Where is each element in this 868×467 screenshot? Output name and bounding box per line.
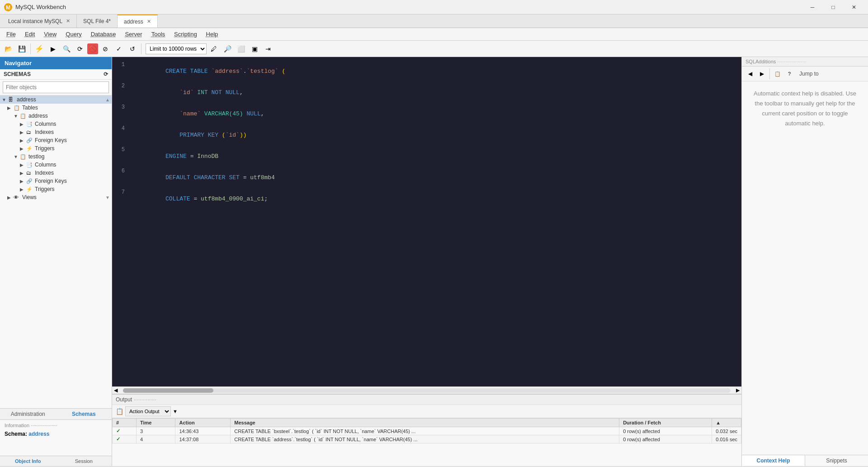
tb-commit[interactable]: ✓ bbox=[113, 43, 125, 55]
schemas-refresh-icon[interactable]: ⟳ bbox=[104, 71, 108, 77]
tab-bar: Local instance MySQL ✕ SQL File 4* addre… bbox=[0, 14, 868, 28]
menu-query[interactable]: Query bbox=[61, 29, 86, 39]
tab-address[interactable]: address ✕ bbox=[118, 14, 158, 28]
tab-session[interactable]: Session bbox=[56, 456, 112, 466]
tb-format[interactable]: 🖊 bbox=[208, 43, 220, 55]
output-dropdown-btn[interactable]: ▼ bbox=[173, 409, 178, 414]
row-time: 14:37:08 bbox=[175, 435, 231, 443]
tree-arrow: ▶ bbox=[20, 146, 26, 151]
menu-tools[interactable]: Tools bbox=[147, 29, 170, 39]
tree-label: Tables bbox=[22, 105, 38, 111]
tab-sql4[interactable]: SQL File 4* bbox=[77, 14, 118, 28]
tab-schemas[interactable]: Schemas bbox=[56, 409, 112, 419]
tb-col-100[interactable]: ▣ bbox=[248, 43, 261, 55]
tree-address-columns[interactable]: ▶ 📑 Columns bbox=[0, 120, 112, 128]
row-action: CREATE TABLE `bxsteel`.`testlog` ( `id` … bbox=[231, 427, 619, 435]
info-title: Information ··················· bbox=[5, 423, 107, 428]
tb-save[interactable]: 💾 bbox=[15, 43, 28, 55]
tree-arrow: ▶ bbox=[20, 162, 26, 167]
menu-scripting[interactable]: Scripting bbox=[170, 29, 202, 39]
maximize-button[interactable]: □ bbox=[823, 1, 844, 14]
tb-cancel[interactable]: ⊘ bbox=[99, 43, 112, 55]
main-area: Navigator SCHEMAS ⟳ ▼ 🗄 address ▲ ▶ 📋 Ta… bbox=[0, 57, 868, 466]
table-row: ✓ 4 14:37:08 CREATE TABLE `address`.`tes… bbox=[113, 435, 741, 443]
tree-tables[interactable]: ▶ 📋 Tables bbox=[0, 104, 112, 112]
tb-find[interactable]: 🔎 bbox=[221, 43, 234, 55]
col-sort[interactable]: ▲ bbox=[712, 419, 741, 427]
tb-open[interactable]: 📂 bbox=[2, 43, 14, 55]
tb-indent[interactable]: ⇥ bbox=[262, 43, 274, 55]
columns-icon: 📑 bbox=[26, 121, 33, 127]
toolbar: 📂 💾 ⚡ ▶ 🔍 ⟳ 🚫 ⊘ ✓ ↺ Limit to 10000 rows … bbox=[0, 41, 868, 57]
output-table: # Time Action Message Duration / Fetch ▲… bbox=[112, 418, 741, 466]
menu-server[interactable]: Server bbox=[120, 29, 146, 39]
minimize-button[interactable]: ─ bbox=[802, 1, 823, 14]
scroll-right-btn[interactable]: ▶ bbox=[734, 387, 741, 393]
tree-address-fk[interactable]: ▶ 🔗 Foreign Keys bbox=[0, 136, 112, 144]
tab-local[interactable]: Local instance MySQL ✕ bbox=[2, 14, 77, 28]
tree-arrow: ▶ bbox=[7, 105, 14, 110]
scroll-left-btn[interactable]: ◀ bbox=[112, 387, 119, 393]
tree-testlog-columns[interactable]: ▶ 📑 Columns bbox=[0, 161, 112, 169]
right-panel-nav: ◀ ▶ 📋 ? Jump to bbox=[742, 67, 868, 81]
tab-address-close[interactable]: ✕ bbox=[147, 19, 151, 24]
tab-context-help[interactable]: Context Help bbox=[742, 455, 805, 466]
tb-word-wrap[interactable]: ⬜ bbox=[235, 43, 247, 55]
tree-testlog-indexes[interactable]: ▶ 🗂 Indexes bbox=[0, 169, 112, 177]
output-toolbar: 📋 Action Output Text Output History Outp… bbox=[112, 405, 741, 418]
right-help-btn[interactable]: ? bbox=[784, 69, 795, 79]
tree-views[interactable]: ▶ 👁 Views ▼ bbox=[0, 193, 112, 201]
output-copy-icon: 📋 bbox=[116, 408, 123, 415]
tree-address-indexes[interactable]: ▶ 🗂 Indexes bbox=[0, 128, 112, 136]
tree-arrow: ▼ bbox=[14, 154, 20, 159]
tb-no-limit[interactable]: 🚫 bbox=[87, 43, 98, 54]
menu-help[interactable]: Help bbox=[202, 29, 223, 39]
schema-tree: ▼ 🗄 address ▲ ▶ 📋 Tables ▼ 📋 address ▶ 📑… bbox=[0, 95, 112, 408]
horizontal-scrollbar[interactable]: ◀ ▶ bbox=[112, 386, 741, 394]
code-line-4: 4 PRIMARY KEY (`id`)) bbox=[112, 124, 741, 146]
tree-address[interactable]: ▼ 🗄 address ▲ bbox=[0, 95, 112, 104]
tree-label: Views bbox=[22, 194, 37, 200]
tree-arrow: ▶ bbox=[20, 171, 26, 176]
right-fwd-btn[interactable]: ▶ bbox=[756, 69, 767, 79]
filter-objects-input[interactable] bbox=[3, 81, 109, 93]
tb-explain[interactable]: 🔍 bbox=[60, 43, 73, 55]
output-type-select[interactable]: Action Output Text Output History Output bbox=[125, 406, 171, 416]
limit-select[interactable]: Limit to 10000 rows Don't Limit Limit to… bbox=[146, 43, 207, 54]
menu-view[interactable]: View bbox=[39, 29, 61, 39]
output-dots: ··············· bbox=[134, 396, 156, 403]
right-copy-btn[interactable]: 📋 bbox=[772, 69, 783, 79]
tree-label: Columns bbox=[35, 162, 56, 168]
hscroll-thumb[interactable] bbox=[123, 388, 213, 393]
tree-testlog-fk[interactable]: ▶ 🔗 Foreign Keys bbox=[0, 177, 112, 185]
tab-snippets[interactable]: Snippets bbox=[805, 455, 868, 466]
tree-arrow: ▶ bbox=[7, 195, 14, 200]
menu-database[interactable]: Database bbox=[86, 29, 121, 39]
tree-testlog-triggers[interactable]: ▶ ⚡ Triggers bbox=[0, 185, 112, 193]
row-action: CREATE TABLE `address`.`testlog` ( `id` … bbox=[231, 435, 619, 443]
menu-file[interactable]: File bbox=[2, 29, 20, 39]
row-message: 0 row(s) affected bbox=[619, 427, 712, 435]
tb-rollback[interactable]: ↺ bbox=[126, 43, 139, 55]
hscroll-track[interactable] bbox=[123, 388, 731, 393]
tab-object-info[interactable]: Object Info bbox=[0, 456, 56, 466]
schema-label: Schema: bbox=[5, 431, 28, 437]
menu-edit[interactable]: Edit bbox=[20, 29, 39, 39]
tb-execute-current[interactable]: ▶ bbox=[47, 43, 59, 55]
close-button[interactable]: ✕ bbox=[844, 1, 864, 14]
tree-label: Indexes bbox=[35, 170, 54, 176]
col-action: Action bbox=[175, 419, 231, 427]
tab-sql4-label: SQL File 4* bbox=[83, 18, 111, 24]
tree-testlog-table[interactable]: ▼ 📋 testlog bbox=[0, 152, 112, 161]
tree-address-table[interactable]: ▼ 📋 address bbox=[0, 112, 112, 120]
tab-local-close[interactable]: ✕ bbox=[66, 18, 70, 24]
tb-execute[interactable]: ⚡ bbox=[33, 43, 46, 55]
code-line-5: 5 ENGINE = InnoDB bbox=[112, 146, 741, 167]
tab-administration[interactable]: Administration bbox=[0, 409, 56, 419]
right-back-btn[interactable]: ◀ bbox=[745, 69, 755, 79]
code-editor[interactable]: 1 CREATE TABLE `address`.`testlog` ( 2 `… bbox=[112, 57, 741, 386]
tree-address-triggers[interactable]: ▶ ⚡ Triggers bbox=[0, 144, 112, 152]
tree-icon: 🗄 bbox=[8, 97, 15, 102]
table-icon: 📋 bbox=[20, 154, 27, 160]
tb-stop[interactable]: ⟳ bbox=[74, 43, 86, 55]
